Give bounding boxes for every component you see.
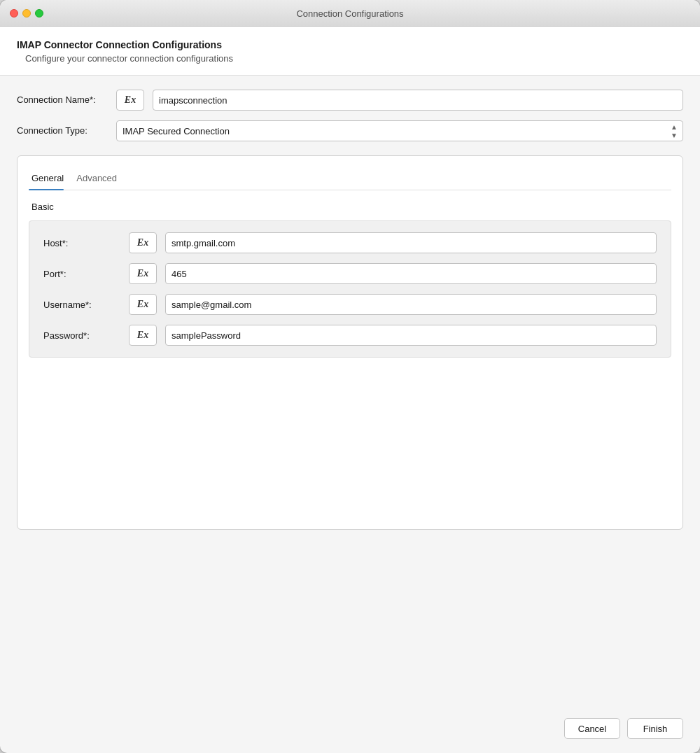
maximize-button[interactable] bbox=[35, 9, 43, 17]
username-ex-icon: Ex bbox=[137, 299, 148, 310]
host-ex-button[interactable]: Ex bbox=[129, 232, 157, 253]
cancel-button[interactable]: Cancel bbox=[564, 718, 620, 739]
traffic-lights bbox=[10, 9, 43, 17]
username-input[interactable] bbox=[165, 294, 657, 315]
ex-icon: Ex bbox=[125, 94, 136, 106]
port-ex-icon: Ex bbox=[137, 268, 148, 279]
basic-fields: Host*: Ex Port*: Ex Username*: bbox=[29, 220, 671, 358]
close-button[interactable] bbox=[10, 9, 18, 17]
password-ex-button[interactable]: Ex bbox=[129, 325, 157, 346]
password-ex-icon: Ex bbox=[137, 330, 148, 341]
header-title: IMAP Connector Connection Configurations bbox=[17, 39, 683, 50]
tabs-container: General Advanced Basic Host*: Ex Port*: bbox=[17, 155, 683, 530]
port-input[interactable] bbox=[165, 263, 657, 284]
password-row: Password*: Ex bbox=[43, 325, 657, 346]
host-row: Host*: Ex bbox=[43, 232, 657, 253]
connection-type-select[interactable]: IMAP Secured Connection IMAP Connection … bbox=[116, 120, 683, 141]
host-input[interactable] bbox=[165, 232, 657, 253]
port-row: Port*: Ex bbox=[43, 263, 657, 284]
basic-section-title: Basic bbox=[29, 202, 671, 212]
header-subtitle: Configure your connector connection conf… bbox=[17, 53, 683, 64]
window: Connection Configurations IMAP Connector… bbox=[0, 0, 700, 753]
host-ex-icon: Ex bbox=[137, 237, 148, 248]
connection-type-select-wrapper: IMAP Secured Connection IMAP Connection … bbox=[116, 120, 683, 141]
port-ex-button[interactable]: Ex bbox=[129, 263, 157, 284]
minimize-button[interactable] bbox=[22, 9, 31, 17]
connection-name-input[interactable] bbox=[153, 90, 683, 111]
header-section: IMAP Connector Connection Configurations… bbox=[0, 27, 700, 76]
basic-section: Basic Host*: Ex Port*: Ex bbox=[29, 202, 671, 358]
connection-name-ex-button[interactable]: Ex bbox=[116, 90, 144, 111]
username-ex-button[interactable]: Ex bbox=[129, 294, 157, 315]
username-label: Username*: bbox=[43, 300, 120, 310]
connection-type-label: Connection Type: bbox=[17, 125, 108, 137]
window-title: Connection Configurations bbox=[296, 8, 403, 19]
tabs-header: General Advanced bbox=[29, 167, 671, 190]
port-label: Port*: bbox=[43, 269, 120, 279]
title-bar: Connection Configurations bbox=[0, 0, 700, 27]
finish-button[interactable]: Finish bbox=[627, 718, 683, 739]
password-input[interactable] bbox=[165, 325, 657, 346]
password-label: Password*: bbox=[43, 330, 120, 341]
footer-section: Cancel Finish bbox=[0, 704, 700, 753]
connection-type-row: Connection Type: IMAP Secured Connection… bbox=[17, 120, 683, 141]
connection-name-label: Connection Name*: bbox=[17, 94, 108, 106]
host-label: Host*: bbox=[43, 238, 120, 248]
username-row: Username*: Ex bbox=[43, 294, 657, 315]
form-section: Connection Name*: Ex Connection Type: IM… bbox=[0, 76, 700, 155]
connection-name-row: Connection Name*: Ex bbox=[17, 90, 683, 111]
tab-general[interactable]: General bbox=[29, 167, 74, 190]
spacer bbox=[0, 544, 700, 704]
tab-advanced[interactable]: Advanced bbox=[74, 167, 127, 190]
